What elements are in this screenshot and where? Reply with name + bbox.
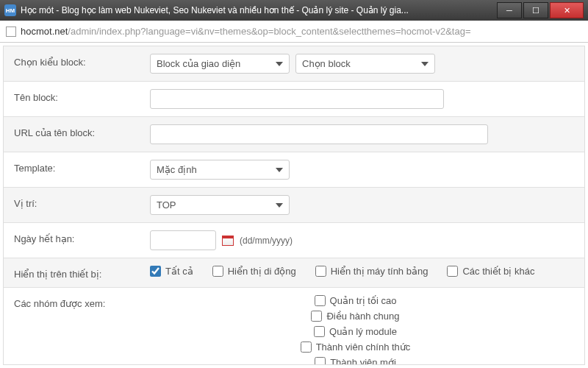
label-expire: Ngày hết hạn: — [14, 230, 150, 244]
form-content: Chọn kiểu block: Block của giao diện Chọ… — [3, 46, 585, 365]
chk-group[interactable]: Thành viên chính thức — [301, 342, 411, 353]
field-groups: Quản trị tối cao Điều hành chung Quản lý… — [150, 295, 574, 365]
row-expire: Ngày hết hạn: (dd/mm/yyyy) — [4, 223, 584, 258]
checkbox-mobile[interactable] — [212, 266, 223, 277]
maximize-button[interactable]: ☐ — [523, 2, 548, 18]
chk-group[interactable]: Quản lý module — [314, 326, 397, 337]
label-template: Template: — [14, 160, 150, 174]
field-block-url — [150, 124, 574, 144]
select-position[interactable]: TOP — [150, 195, 290, 215]
checkbox-group-3[interactable] — [301, 342, 312, 353]
chk-device-mobile[interactable]: Hiển thị di động — [212, 266, 296, 277]
chk-group[interactable]: Điều hành chung — [311, 311, 399, 322]
chk-device-tablet[interactable]: Hiển thị máy tính bảng — [315, 266, 429, 277]
titlebar: HM Học mót - Blog học làm web Nukeviet, … — [0, 0, 588, 21]
input-block-url[interactable] — [150, 124, 488, 144]
chk-device-other[interactable]: Các thiết bị khác — [447, 266, 534, 277]
chk-device-all[interactable]: Tất cả — [150, 266, 193, 277]
calendar-icon[interactable] — [222, 236, 234, 246]
window-title: Học mót - Blog học làm web Nukeviet, Seo… — [21, 5, 497, 15]
window-controls: ─ ☐ ✕ — [497, 2, 584, 18]
label-groups: Các nhóm được xem: — [14, 295, 150, 309]
chk-group[interactable]: Thành viên mới — [315, 357, 396, 365]
row-block-type: Chọn kiểu block: Block của giao diện Chọ… — [4, 46, 584, 82]
select-template[interactable]: Mặc định — [150, 160, 290, 180]
url-text: hocmot.net/admin/index.php?language=vi&n… — [21, 26, 471, 37]
label-block-name: Tên block: — [14, 89, 150, 103]
checkbox-all[interactable] — [150, 266, 161, 277]
checkbox-other[interactable] — [447, 266, 458, 277]
row-block-url: URL của tên block: — [4, 117, 584, 152]
checkbox-group-2[interactable] — [314, 326, 325, 337]
select-block[interactable]: Chọn block — [295, 54, 435, 74]
url-path: /admin/index.php?language=vi&nv=themes&o… — [68, 26, 470, 37]
close-button[interactable]: ✕ — [550, 2, 584, 18]
checkbox-group-0[interactable] — [315, 295, 326, 306]
app-window: HM Học mót - Blog học làm web Nukeviet, … — [0, 0, 588, 368]
address-bar[interactable]: hocmot.net/admin/index.php?language=vi&n… — [0, 21, 588, 43]
date-format-hint: (dd/mm/yyyy) — [240, 236, 293, 246]
chk-group[interactable]: Quản trị tối cao — [315, 295, 397, 306]
minimize-button[interactable]: ─ — [497, 2, 522, 18]
row-block-name: Tên block: — [4, 82, 584, 117]
row-position: Vị trí: TOP — [4, 188, 584, 223]
checkbox-group-4[interactable] — [315, 357, 326, 365]
field-position: TOP — [150, 195, 574, 215]
label-block-url: URL của tên block: — [14, 124, 150, 138]
row-groups: Các nhóm được xem: Quản trị tối cao Điều… — [4, 288, 584, 365]
field-expire: (dd/mm/yyyy) — [150, 230, 574, 250]
input-expire-date[interactable] — [150, 230, 216, 250]
checkbox-group-1[interactable] — [311, 311, 322, 322]
label-block-type: Chọn kiểu block: — [14, 54, 150, 68]
row-device: Hiển thị trên thiết bị: Tất cả Hiển thị … — [4, 258, 584, 288]
field-block-name — [150, 89, 574, 109]
field-device: Tất cả Hiển thị di động Hiển thị máy tín… — [150, 266, 574, 277]
field-block-type: Block của giao diện Chọn block — [150, 54, 574, 74]
checkbox-tablet[interactable] — [315, 266, 326, 277]
select-block-source[interactable]: Block của giao diện — [150, 54, 290, 74]
url-host: hocmot.net — [21, 26, 68, 37]
input-block-name[interactable] — [150, 89, 444, 109]
row-template: Template: Mặc định — [4, 152, 584, 188]
label-position: Vị trí: — [14, 195, 150, 209]
page-icon — [6, 26, 16, 37]
field-template: Mặc định — [150, 160, 574, 180]
label-device: Hiển thị trên thiết bị: — [14, 266, 150, 280]
app-icon: HM — [4, 4, 16, 16]
